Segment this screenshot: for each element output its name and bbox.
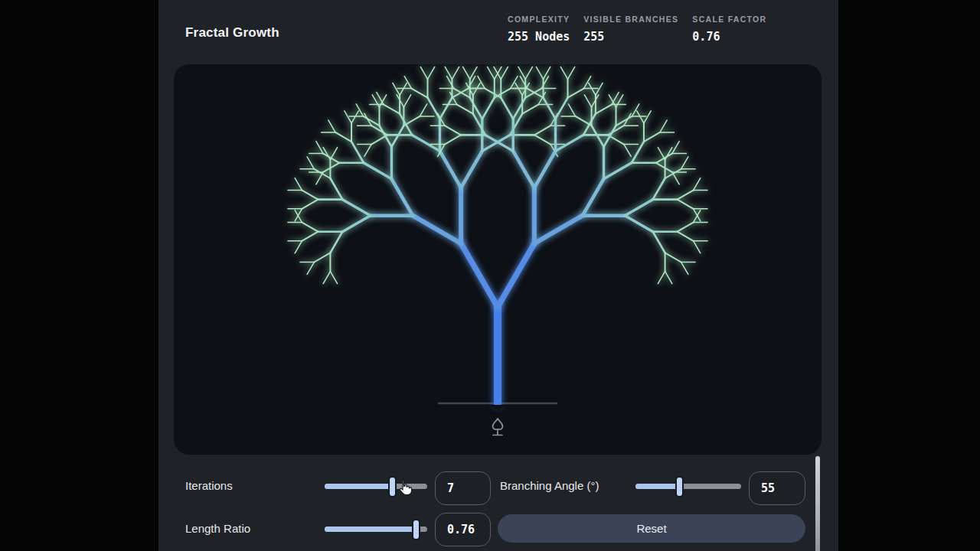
page-title: Fractal Growth: [185, 25, 279, 41]
stats-panel: COMPLEXITY 255 Nodes VISIBLE BRANCHES 25…: [508, 15, 766, 44]
length-ratio-slider[interactable]: [325, 527, 427, 532]
iterations-slider-thumb[interactable]: [388, 476, 397, 497]
branching-angle-slider-thumb[interactable]: [675, 476, 684, 497]
fractal-canvas-panel: [174, 64, 822, 455]
length-ratio-value-input[interactable]: 0.76: [435, 513, 491, 546]
branching-angle-slider[interactable]: [635, 484, 741, 489]
stat-complexity: COMPLEXITY 255 Nodes: [508, 15, 570, 44]
reset-button[interactable]: Reset: [498, 514, 805, 543]
iterations-slider-fill: [325, 484, 393, 489]
tree-icon: [488, 416, 508, 441]
branching-angle-label: Branching Angle (°): [500, 479, 599, 493]
fractal-tree-visualization: [174, 64, 822, 455]
stat-complexity-label: COMPLEXITY: [508, 15, 570, 24]
stat-visible-branches-value: 255: [583, 30, 678, 44]
fractal-growth-app: Fractal Growth COMPLEXITY 255 Nodes VISI…: [158, 0, 838, 551]
branching-angle-slider-fill: [635, 484, 680, 489]
desktop-background: Fractal Growth COMPLEXITY 255 Nodes VISI…: [0, 0, 980, 551]
stat-visible-branches-label: VISIBLE BRANCHES: [583, 15, 678, 24]
length-ratio-label: Length Ratio: [185, 522, 250, 536]
branching-angle-value-input[interactable]: 55: [749, 471, 805, 505]
stat-scale-factor-label: SCALE FACTOR: [692, 15, 766, 24]
stat-visible-branches: VISIBLE BRANCHES 255: [583, 15, 678, 44]
stat-scale-factor: SCALE FACTOR 0.76: [692, 15, 766, 44]
stat-scale-factor-value: 0.76: [692, 30, 766, 44]
length-ratio-slider-fill: [325, 527, 416, 532]
vertical-scrollbar[interactable]: [815, 456, 820, 551]
stat-complexity-value: 255 Nodes: [508, 30, 570, 44]
length-ratio-slider-thumb[interactable]: [412, 519, 420, 540]
iterations-value-input[interactable]: 7: [435, 471, 491, 505]
iterations-label: Iterations: [185, 479, 233, 493]
iterations-slider[interactable]: [325, 484, 427, 489]
